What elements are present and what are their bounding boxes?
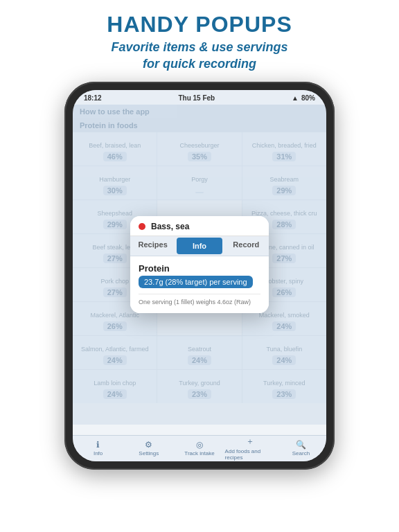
search-icon: 🔍 <box>296 440 306 450</box>
nav-item-settings[interactable]: ⚙ Settings <box>123 440 174 456</box>
nav-item-track[interactable]: ◎ Track intake <box>174 440 224 456</box>
app-content: How to use the app Protein in foods Beef… <box>73 105 326 425</box>
nav-label-track: Track intake <box>184 450 214 456</box>
nav-label-search: Search <box>292 450 310 456</box>
tab-info[interactable]: Info <box>177 238 222 254</box>
header-section: HANDY POPUPS Favorite items & use servin… <box>0 0 399 82</box>
info-icon: ℹ <box>96 440 100 450</box>
device-frame: 18:12 Thu 15 Feb ▲ 80% How to use the ap… <box>64 82 335 470</box>
popup-close-dot[interactable] <box>139 223 145 230</box>
track-icon: ◎ <box>196 440 203 450</box>
nav-item-search[interactable]: 🔍 Search <box>276 440 326 456</box>
popup-card: Bass, sea Recipes Info Record <box>130 216 269 314</box>
popup-title: Bass, sea <box>151 222 189 231</box>
tab-recipes[interactable]: Recipes <box>130 236 175 256</box>
wifi-icon: ▲ <box>292 94 299 102</box>
battery-status: 80% <box>301 94 315 102</box>
nutrient-label: Protein <box>139 263 260 274</box>
add-icon: ＋ <box>246 436 254 447</box>
popup-tabs: Recipes Info Record <box>130 236 269 256</box>
popup-header: Bass, sea <box>130 216 269 236</box>
nav-item-info[interactable]: ℹ Info <box>73 440 123 456</box>
status-bar: 18:12 Thu 15 Feb ▲ 80% <box>73 90 326 105</box>
device-screen: 18:12 Thu 15 Feb ▲ 80% How to use the ap… <box>73 90 326 461</box>
header-title: HANDY POPUPS <box>21 12 378 37</box>
status-time: 18:12 <box>84 94 102 102</box>
settings-icon: ⚙ <box>145 440 152 450</box>
nav-label-settings: Settings <box>139 450 159 456</box>
serving-note: One serving (1 fillet) weighs 4.6oz (Raw… <box>139 294 260 307</box>
header-subtitle: Favorite items & use servingsfor quick r… <box>21 39 378 72</box>
nav-label-info: Info <box>94 450 103 456</box>
bottom-nav: ℹ Info ⚙ Settings ◎ Track intake ＋ Add f… <box>73 435 326 461</box>
status-date: Thu 15 Feb <box>178 94 215 102</box>
nav-item-add[interactable]: ＋ Add foods and recipes <box>225 436 276 461</box>
nav-label-add: Add foods and recipes <box>225 448 276 461</box>
popup-overlay: Bass, sea Recipes Info Record <box>73 105 326 425</box>
popup-body: Protein 23.7g (28% target) per serving O… <box>130 256 269 314</box>
nutrient-value: 23.7g (28% target) per serving <box>139 276 253 288</box>
tab-record[interactable]: Record <box>224 236 269 256</box>
